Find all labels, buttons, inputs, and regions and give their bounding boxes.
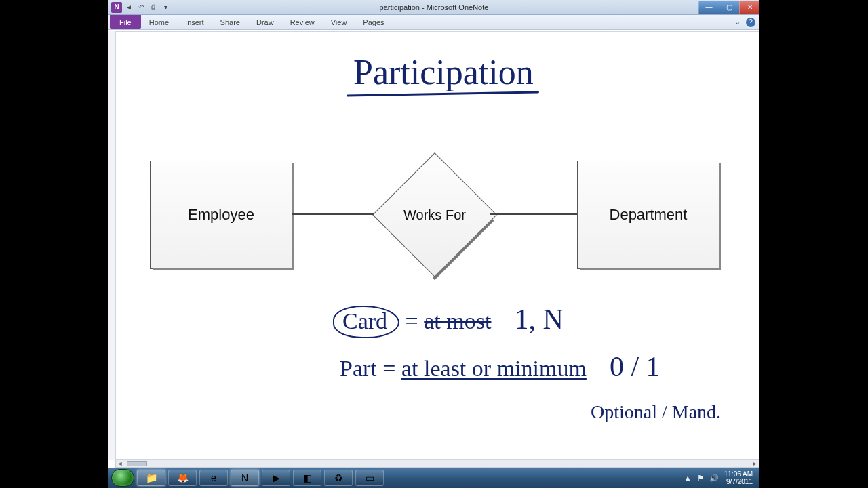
- desktop-screen: N ◄ ↶ ⎙ ▾ participation - Microsoft OneN…: [108, 0, 760, 488]
- horizontal-scrollbar[interactable]: ◄ ►: [115, 460, 760, 468]
- tab-share[interactable]: Share: [212, 15, 248, 29]
- page-gutter: [108, 31, 115, 460]
- tray-speaker-icon[interactable]: 🔊: [709, 474, 719, 483]
- letterbox-right: [760, 0, 868, 488]
- relation-label: Works For: [367, 207, 502, 223]
- app-icon[interactable]: ◧: [293, 470, 321, 486]
- scroll-left-icon[interactable]: ◄: [116, 460, 124, 467]
- explorer-icon[interactable]: 📁: [137, 470, 165, 486]
- tab-draw[interactable]: Draw: [248, 15, 282, 29]
- ie-icon[interactable]: e: [199, 470, 228, 486]
- hw-card-struck: at most: [424, 308, 491, 333]
- tray-date: 9/7/2011: [724, 478, 753, 485]
- tab-home[interactable]: Home: [141, 15, 177, 29]
- start-button[interactable]: [111, 469, 134, 487]
- tab-view[interactable]: View: [323, 15, 355, 29]
- file-tab[interactable]: File: [110, 15, 141, 29]
- undo-icon[interactable]: ↶: [136, 2, 146, 13]
- help-icon[interactable]: ?: [746, 18, 755, 27]
- hw-part-eq: =: [382, 356, 395, 381]
- maximize-button[interactable]: ▢: [719, 1, 739, 14]
- tray-clock[interactable]: 11:06 AM 9/7/2011: [724, 470, 753, 485]
- entity-employee: Employee: [150, 161, 292, 269]
- qat-dropdown-icon[interactable]: ▾: [160, 2, 171, 13]
- scroll-right-icon[interactable]: ►: [751, 460, 759, 467]
- taskbar: 📁🦊eN▶◧♻▭ ▲ ⚑ 🔊 11:06 AM 9/7/2011: [108, 468, 760, 488]
- firefox-icon[interactable]: 🦊: [168, 470, 197, 486]
- onenote-icon[interactable]: N: [231, 470, 259, 486]
- tab-review[interactable]: Review: [282, 15, 323, 29]
- tray-time: 11:06 AM: [724, 470, 753, 478]
- tray-flag-icon[interactable]: ⚑: [697, 474, 704, 483]
- handwritten-participation: Part = at least or minimum 0 / 1: [340, 350, 660, 383]
- back-icon[interactable]: ◄: [123, 2, 134, 13]
- hw-part-vals: 0 / 1: [610, 351, 660, 382]
- app2-icon[interactable]: ▭: [355, 470, 384, 486]
- close-button[interactable]: ✕: [739, 1, 760, 14]
- hw-card-circled: Card: [333, 306, 399, 338]
- hw-card-eq: =: [406, 308, 418, 333]
- window-titlebar: N ◄ ↶ ⎙ ▾ participation - Microsoft OneN…: [108, 0, 760, 15]
- entity-department-label: Department: [610, 206, 688, 224]
- window-title: participation - Microsoft OneNote: [108, 3, 760, 12]
- media-icon[interactable]: ▶: [262, 470, 290, 486]
- letterbox-left: [0, 0, 108, 488]
- handwritten-cardinality: Card = at most 1, N: [333, 303, 564, 338]
- handwritten-title: Participation: [353, 52, 534, 92]
- ribbon: File Home Insert Share Draw Review View …: [108, 15, 760, 30]
- hw-card-vals: 1, N: [514, 304, 563, 335]
- minimize-button[interactable]: —: [698, 1, 719, 14]
- scroll-thumb[interactable]: [127, 461, 147, 466]
- note-canvas[interactable]: Participation Employee Works For Departm…: [115, 31, 760, 460]
- window-controls: — ▢ ✕: [698, 1, 760, 14]
- entity-employee-label: Employee: [188, 206, 254, 224]
- tab-pages[interactable]: Pages: [355, 15, 392, 29]
- hw-part-under: at least or minimum: [401, 356, 587, 381]
- system-tray: ▲ ⚑ 🔊 11:06 AM 9/7/2011: [684, 470, 757, 485]
- tab-insert[interactable]: Insert: [177, 15, 212, 29]
- entity-department: Department: [577, 161, 719, 269]
- ribbon-collapse-icon[interactable]: ⌄: [734, 18, 741, 26]
- tray-chevron-icon[interactable]: ▲: [684, 474, 692, 482]
- link-right: [490, 214, 578, 215]
- recycle-icon[interactable]: ♻: [324, 470, 353, 486]
- quick-access-toolbar: N ◄ ↶ ⎙ ▾: [108, 2, 171, 13]
- print-icon[interactable]: ⎙: [148, 2, 159, 13]
- handwritten-optional: Optional / Mand.: [591, 401, 721, 423]
- onenote-icon[interactable]: N: [111, 2, 122, 13]
- relation-works-for: Works For: [367, 164, 502, 266]
- hw-part-label: Part: [340, 356, 377, 381]
